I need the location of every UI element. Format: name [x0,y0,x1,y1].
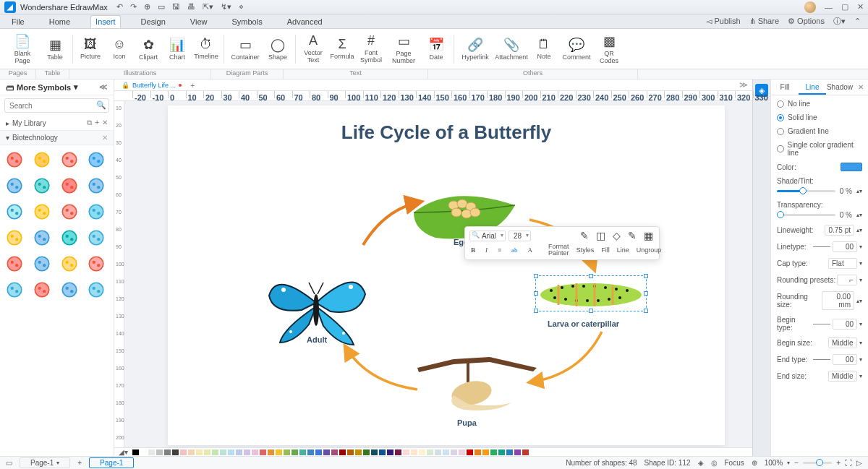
menu-file[interactable]: File [7,16,29,27]
tab-shadow[interactable]: Shadow [826,79,854,95]
expand-tabs-icon[interactable]: ≫ [739,80,748,90]
line-icon[interactable]: ✎ [626,230,639,241]
fit-icon[interactable]: ⊕ [752,459,757,467]
ribbon-icon[interactable]: ☺Icon [105,32,134,66]
ribbon-page-number[interactable]: ▭Page Number [386,32,422,66]
palette-swatch[interactable] [419,449,425,455]
menu-view[interactable]: View [186,16,212,27]
cat-close-icon[interactable]: ✕ [102,134,108,142]
publish-button[interactable]: ◅ Publish [706,17,740,26]
palette-swatch[interactable] [435,449,441,455]
print-icon[interactable]: 🖶 [187,2,195,12]
symbol-item[interactable] [4,228,25,248]
symbol-item[interactable] [32,228,52,248]
palette-swatch[interactable] [498,449,505,455]
palette-swatch[interactable] [268,449,274,455]
font-size-selector[interactable]: 28 [509,231,531,241]
export-icon[interactable]: ⇱▾ [203,2,213,12]
palette-swatch[interactable] [299,449,306,455]
palette-swatch[interactable] [212,449,218,455]
ribbon-blank-page[interactable]: 📄Blank Page [4,32,41,66]
focus-icon[interactable]: ◎ [711,459,718,467]
palette-swatch[interactable] [395,449,401,455]
ribbon-qr-codes[interactable]: ▩QR Codes [595,32,624,66]
more-icon[interactable]: ⋄ [239,2,244,12]
help-icon[interactable]: ⓘ▾ [833,16,846,27]
symbols-panel-header[interactable]: 🗃 More Symbols ▾ ≪ [0,79,114,95]
align-button[interactable]: ≡ [496,246,503,254]
symbol-item[interactable] [59,202,80,222]
symbol-search-input[interactable] [4,98,109,113]
save-icon[interactable]: 🖫 [172,2,180,12]
transparency-slider[interactable] [777,214,835,216]
maximize-icon[interactable]: ▢ [841,2,848,12]
palette-swatch[interactable] [292,449,298,455]
symbol-item[interactable] [59,228,80,248]
symbol-item[interactable] [59,254,80,274]
shade-slider[interactable] [777,190,835,192]
menu-design[interactable]: Design [137,16,170,27]
symbol-item[interactable] [86,228,106,248]
ribbon-clipart[interactable]: ✿Clipart [134,32,163,66]
palette-swatch[interactable] [244,449,250,455]
floating-toolbar[interactable]: Arial 28 ✎ ◫ ◇ ✎ ▦ B I ≡ ab A [464,226,660,260]
radio-gradient-line[interactable]: Gradient line [777,127,862,135]
palette-swatch[interactable] [228,449,234,455]
symbol-item[interactable] [32,254,52,274]
palette-swatch[interactable] [315,449,322,455]
palette-swatch[interactable] [339,449,346,455]
palette-swatch[interactable] [148,449,155,455]
palette-swatch[interactable] [196,449,203,455]
palette-picker-icon[interactable]: ◢▾ [119,448,128,456]
palette-swatch[interactable] [331,449,338,455]
symbol-item[interactable] [59,280,80,300]
palette-swatch[interactable] [411,449,417,455]
symbol-item[interactable] [32,176,52,196]
palette-swatch[interactable] [387,449,393,455]
palette-swatch[interactable] [307,449,314,455]
palette-swatch[interactable] [172,449,179,455]
symbol-item[interactable] [86,202,106,222]
palette-swatch[interactable] [284,449,290,455]
menu-advanced[interactable]: Advanced [283,16,327,27]
lib-close-icon[interactable]: ✕ [102,119,108,127]
palette-swatch[interactable] [164,449,171,455]
palette-swatch[interactable] [204,449,210,455]
ribbon-chart[interactable]: 📊Chart [163,32,192,66]
ribbon-font-symbol[interactable]: #Font Symbol [357,32,386,66]
menu-home[interactable]: Home [45,16,75,27]
palette-swatch[interactable] [522,449,529,455]
minimize-icon[interactable]: — [825,3,833,12]
font-color-button[interactable]: A [527,246,535,254]
radio-solid-line[interactable]: Solid line [777,113,862,121]
styles-icon[interactable]: ◫ [594,230,607,241]
palette-swatch[interactable] [379,449,386,455]
symbol-item[interactable] [32,280,52,300]
symbol-item[interactable] [4,254,25,274]
palette-swatch[interactable] [371,449,378,455]
panel-close-icon[interactable]: ✕ [854,79,868,95]
tab-line[interactable]: Line [799,79,826,95]
page-tab[interactable]: Page-1 ▾ [20,457,70,468]
palette-swatch[interactable] [260,449,266,455]
layers-icon[interactable]: ◈ [698,459,704,467]
ribbon-container[interactable]: ▭Container [227,32,263,66]
symbol-item[interactable] [32,202,52,222]
palette-swatch[interactable] [490,449,497,455]
ribbon-date[interactable]: 📅Date [422,32,451,66]
add-tab-icon[interactable]: + [190,81,195,90]
ribbon-vector-text[interactable]: AVector Text [299,32,328,66]
palette-swatch[interactable] [132,449,139,455]
menu-symbols[interactable]: Symbols [228,16,267,27]
menu-insert[interactable]: Insert [90,15,121,28]
copy-icon[interactable]: ⧉ [87,119,92,127]
ribbon-shape[interactable]: ◯Shape [263,32,292,66]
palette-swatch[interactable] [403,449,409,455]
symbol-item[interactable] [59,176,80,196]
palette-swatch[interactable] [514,449,521,455]
close-icon[interactable]: ✕ [857,2,864,12]
ungroup-icon[interactable]: ▦ [642,230,655,241]
styles-label[interactable]: Styles [576,246,595,254]
symbol-item[interactable] [86,150,106,170]
symbol-item[interactable] [4,150,25,170]
